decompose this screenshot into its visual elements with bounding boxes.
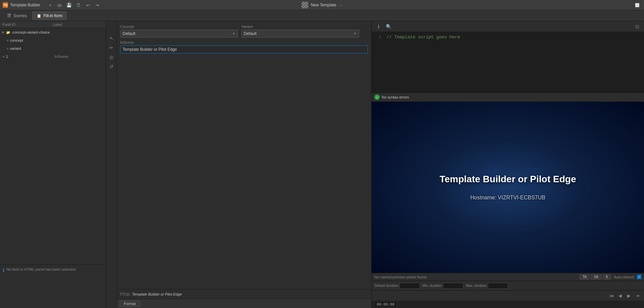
concept-select[interactable]: Default: [120, 30, 238, 38]
new-file-btn[interactable]: +: [46, 2, 54, 8]
timecode-display: 00:00:00: [374, 302, 397, 307]
max-duration-input[interactable]: [488, 283, 508, 289]
field-name-concept-variant: -concept-variant-choice: [11, 30, 57, 34]
tab-fill-in-form-label: Fill-in form: [43, 13, 62, 18]
k-btn[interactable]: K: [603, 274, 611, 279]
timecode-row: 00:00:00: [372, 301, 644, 308]
variant-select-wrapper: Default: [241, 30, 359, 38]
play-btn[interactable]: ▶: [625, 292, 633, 299]
bottom-title-value: Template Builder or Pilot Edge: [132, 292, 182, 296]
refresh-tool-btn[interactable]: ↺: [107, 62, 116, 71]
redo-btn[interactable]: ↪: [93, 2, 101, 8]
form-spacer: [117, 159, 371, 290]
duration-row: Default duration Min. duration Max. dura…: [372, 281, 644, 291]
title-bar-left: TB Template Builder + 🗁 💾 🗒 ↩ ↪: [3, 2, 101, 8]
max-duration-group: Max. duration: [466, 283, 508, 289]
variant-select[interactable]: Default: [241, 30, 359, 38]
variant-group: Variant Default: [241, 25, 359, 38]
col-field-id-header: Field ID: [3, 23, 53, 27]
open-folder-btn[interactable]: 🗁: [56, 2, 64, 8]
field-row-variant[interactable]: ≡ variant: [0, 44, 106, 52]
tab-bar: 🎬 Scenes 📋 Fill-in form: [0, 10, 644, 21]
title-bar-right: ⬜: [633, 2, 641, 8]
default-duration-group: Default duration: [374, 283, 420, 289]
field-table-header: Field ID Label: [0, 21, 106, 28]
title-more-btn[interactable]: ···: [339, 3, 343, 8]
default-duration-input[interactable]: [400, 283, 420, 289]
auto-refresh-checkbox[interactable]: ✓: [637, 275, 641, 279]
code-editor[interactable]: 1 // Template script goes here: [372, 32, 644, 92]
right-panel: ℹ 🔍 ⊡ 1 // Template script goes here ✓ N…: [371, 21, 644, 308]
info-panel: ℹ No field or HTML panel has been select…: [0, 264, 106, 308]
rewind-btn[interactable]: ◀: [616, 292, 624, 299]
toolbar-separator-1: [107, 24, 115, 32]
title-checkerboard-icon: [301, 2, 308, 8]
info-message: No field or HTML panel has been selected…: [6, 267, 76, 271]
app-icon: TB: [3, 2, 8, 8]
concept-label: Concept: [120, 25, 238, 29]
left-panel: Field ID Label ▼ 📁 -concept-variant-choi…: [0, 21, 106, 308]
cursor-tool-btn[interactable]: ↖: [107, 34, 116, 43]
preview-main-text: Template Builder or Pilot Edge: [440, 174, 576, 185]
info-icon: ℹ: [3, 268, 4, 273]
preview-controls: No named preview points found. TA SA K A…: [372, 273, 644, 308]
named-points-text: No named preview points found.: [374, 275, 577, 279]
syntax-status-text: No syntax errors: [382, 95, 409, 99]
sa-btn[interactable]: SA: [591, 274, 601, 279]
tab-scenes-label: Scenes: [13, 13, 27, 18]
document-title: New Template: [311, 3, 336, 7]
title-center: New Template ···: [301, 2, 343, 8]
fill-in-form-tab-icon: 📋: [37, 14, 41, 18]
min-duration-input[interactable]: [443, 283, 463, 289]
preview-named-points-row: No named preview points found. TA SA K A…: [372, 273, 644, 281]
center-panel: Concept Default Variant Default: [117, 21, 371, 308]
syntax-bar: ✓ No syntax errors: [372, 92, 644, 102]
field-row-concept-variant[interactable]: ▼ 📁 -concept-variant-choice: [0, 28, 106, 36]
preview-named-btns: TA SA K: [579, 274, 611, 279]
field-table: Field ID Label ▼ 📁 -concept-variant-choi…: [0, 21, 106, 264]
min-duration-label: Min. duration: [422, 284, 442, 287]
preview-bg: Template Builder or Pilot Edge Hostname:…: [372, 102, 644, 273]
tab-scenes[interactable]: 🎬 Scenes: [3, 11, 31, 20]
inscene-input[interactable]: [120, 45, 368, 53]
right-search-btn[interactable]: 🔍: [384, 23, 393, 31]
code-content-1: // Template script goes here: [386, 35, 460, 40]
globe-rings-svg: [424, 128, 592, 246]
right-toolbar: ℹ 🔍 ⊡: [372, 21, 644, 32]
preview-container: Template Builder or Pilot Edge Hostname:…: [372, 102, 644, 273]
scenes-tab-icon: 🎬: [7, 13, 11, 18]
concept-group: Concept Default: [120, 25, 238, 38]
min-duration-group: Min. duration: [422, 283, 464, 289]
field-row-1-inscene[interactable]: ≡ 1 InScene: [0, 52, 106, 61]
field-name-concept: concept: [10, 38, 57, 42]
list-icon-concept: ≡: [7, 39, 9, 42]
variant-label: Variant: [241, 25, 359, 29]
form-bottom-bar: TITLE: Template Builder or Pilot Edge: [117, 289, 371, 299]
col-label-header: Label: [53, 23, 103, 27]
title-bar-actions: + 🗁 💾 🗒 ↩ ↪: [46, 2, 101, 8]
maximize-icon-btn[interactable]: ⬜: [633, 2, 641, 8]
field-name-1: 1: [6, 54, 55, 59]
edit-tool-btn[interactable]: ✏: [107, 43, 116, 52]
eye-tool-btn[interactable]: ◎: [107, 53, 116, 62]
right-fullscreen-btn[interactable]: ⊡: [633, 23, 641, 31]
preview-sub-text: Hostname: VIZRTVI-ECBS7UB: [470, 195, 545, 201]
code-line-1: 1 // Template script goes here: [374, 35, 641, 40]
format-tab-btn[interactable]: Format: [120, 301, 140, 307]
tab-fill-in-form[interactable]: 📋 Fill-in form: [32, 11, 67, 20]
right-info-btn[interactable]: ℹ: [374, 23, 382, 31]
playback-row: ⏮ ◀ ▶ ↠: [372, 291, 644, 301]
field-name-variant: variant: [10, 46, 57, 50]
undo-btn[interactable]: ↩: [84, 2, 92, 8]
auto-refresh-label: Auto-refresh: [614, 275, 634, 279]
app-title: Template Builder: [10, 3, 40, 7]
forward-btn[interactable]: ↠: [634, 292, 641, 299]
save-as-btn[interactable]: 🗒: [74, 2, 82, 8]
syntax-ok-icon: ✓: [374, 94, 380, 100]
save-btn[interactable]: 💾: [65, 2, 73, 8]
prev-frame-btn[interactable]: ⏮: [608, 292, 615, 299]
ta-btn[interactable]: TA: [579, 274, 589, 279]
concept-select-wrapper: Default: [120, 30, 238, 38]
inscene-label: InScene: [120, 40, 368, 44]
field-row-concept[interactable]: ≡ concept: [0, 36, 106, 44]
